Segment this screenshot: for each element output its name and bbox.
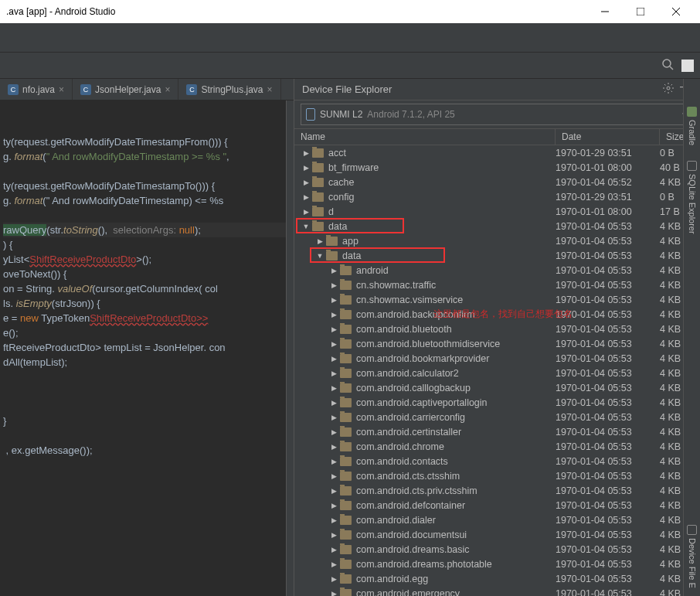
expand-arrow-icon[interactable]: ▶ (330, 590, 338, 597)
file-name: com.android.bluetooth (356, 324, 556, 335)
tab-label: nfo.java (22, 84, 55, 95)
tree-row[interactable]: ▶com.android.bluetooth1970-01-04 05:534 … (294, 322, 700, 336)
phone-icon (306, 108, 315, 121)
tree-row[interactable]: ▶com.android.cts.priv.ctsshim1970-01-04 … (294, 483, 700, 498)
tree-row[interactable]: ▼data1970-01-04 05:534 KB (294, 248, 700, 263)
code-editor[interactable]: ty(request.getRowModifyDateTimestampFrom… (0, 100, 294, 596)
folder-icon (340, 442, 352, 451)
close-icon[interactable]: × (59, 84, 64, 95)
expand-arrow-icon[interactable]: ▶ (330, 296, 338, 304)
expand-arrow-icon[interactable]: ▶ (330, 281, 338, 289)
file-date: 1970-01-01 08:00 (556, 162, 660, 173)
tree-row[interactable]: ▶com.android.backupconfirm1970-01-04 05:… (294, 307, 700, 322)
columns-header: Name Date Size (294, 128, 700, 145)
tree-row[interactable]: ▶bt_firmware1970-01-01 08:0040 B (294, 160, 700, 175)
expand-arrow-icon[interactable]: ▶ (330, 502, 338, 509)
tree-row[interactable]: ▶com.android.dialer1970-01-04 05:534 KB (294, 513, 700, 527)
folder-icon (340, 310, 352, 319)
expand-arrow-icon[interactable]: ▶ (330, 370, 338, 377)
close-icon[interactable]: × (165, 84, 170, 95)
tree-row[interactable]: ▶app1970-01-04 05:534 KB (294, 233, 700, 248)
tree-row[interactable]: ▶cache1970-01-04 05:524 KB (294, 175, 700, 189)
tree-row[interactable]: ▶com.android.defcontainer1970-01-04 05:5… (294, 498, 700, 513)
expand-arrow-icon[interactable]: ▶ (330, 458, 338, 465)
expand-arrow-icon[interactable]: ▶ (330, 311, 338, 318)
expand-arrow-icon[interactable]: ▶ (316, 237, 324, 245)
device-selector[interactable]: SUNMI L2 Android 7.1.2, API 25 ▼ (301, 104, 694, 125)
tree-row[interactable]: ▶com.android.cts.ctsshim1970-01-04 05:53… (294, 468, 700, 483)
expand-arrow-icon[interactable]: ▶ (330, 428, 338, 436)
toolwindow-gradle[interactable]: Gradle (687, 107, 697, 145)
editor-tab[interactable]: Cnfo.java× (0, 79, 73, 100)
expand-arrow-icon[interactable]: ▶ (302, 164, 310, 172)
toolwindow-device-file-explorer[interactable]: Device File E (687, 525, 697, 588)
expand-arrow-icon[interactable]: ▶ (330, 443, 338, 451)
close-button[interactable] (658, 0, 694, 23)
tree-row[interactable]: ▶com.android.contacts1970-01-04 05:534 K… (294, 454, 700, 468)
tree-row[interactable]: ▶com.android.dreams.phototable1970-01-04… (294, 557, 700, 571)
tree-row[interactable]: ▶com.android.calculator21970-01-04 05:53… (294, 366, 700, 380)
expand-arrow-icon[interactable]: ▶ (302, 149, 310, 157)
expand-arrow-icon[interactable]: ▶ (330, 340, 338, 348)
tree-row[interactable]: ▶com.android.certinstaller1970-01-04 05:… (294, 424, 700, 439)
expand-arrow-icon[interactable]: ▼ (302, 223, 310, 230)
tree-row[interactable]: ▶com.android.documentsui1970-01-04 05:53… (294, 527, 700, 542)
minimize-button[interactable] (587, 0, 623, 23)
tree-row[interactable]: ▶cn.showmac.traffic1970-01-04 05:534 KB (294, 278, 700, 292)
expand-arrow-icon[interactable]: ▶ (330, 472, 338, 480)
tree-row[interactable]: ▶com.android.chrome1970-01-04 05:534 KB (294, 439, 700, 454)
file-date: 1970-01-04 05:53 (556, 309, 660, 320)
tree-row[interactable]: ▶com.android.captiveportallogin1970-01-0… (294, 395, 700, 410)
file-name: android (356, 265, 556, 276)
maximize-button[interactable] (623, 0, 658, 23)
tab-label: StringPlus.java (201, 84, 263, 95)
tree-row[interactable]: ▶com.android.bluetoothmidiservice1970-01… (294, 336, 700, 351)
file-date: 1970-01-04 05:53 (556, 427, 660, 438)
editor-tab[interactable]: CStringPlus.java× (178, 79, 280, 100)
col-date[interactable]: Date (556, 129, 660, 145)
tree-row[interactable]: ▶d1970-01-01 08:0017 B (294, 204, 700, 219)
expand-arrow-icon[interactable]: ▶ (330, 487, 338, 495)
file-name: data (328, 221, 556, 232)
folder-icon (340, 413, 352, 422)
expand-arrow-icon[interactable]: ▶ (330, 384, 338, 392)
tree-row[interactable]: ▶com.android.bookmarkprovider1970-01-04 … (294, 351, 700, 366)
file-tree[interactable]: ▶acct1970-01-29 03:510 B▶bt_firmware1970… (294, 145, 700, 596)
tree-row[interactable]: ▶com.android.dreams.basic1970-01-04 05:5… (294, 542, 700, 557)
toolwindow-sqlite[interactable]: SQLite Explorer (687, 161, 697, 234)
editor-tab[interactable]: CJsonHelper.java× (73, 79, 178, 100)
expand-arrow-icon[interactable]: ▶ (330, 575, 338, 583)
panel-title: Device File Explorer (302, 83, 392, 95)
expand-arrow-icon[interactable]: ▶ (330, 546, 338, 553)
tree-row[interactable]: ▶acct1970-01-29 03:510 B (294, 145, 700, 160)
expand-arrow-icon[interactable]: ▶ (330, 414, 338, 421)
close-icon[interactable]: × (267, 84, 273, 95)
expand-arrow-icon[interactable]: ▶ (330, 516, 338, 524)
user-avatar-icon[interactable] (681, 60, 694, 72)
tree-row[interactable]: ▼data1970-01-04 05:534 KB (294, 219, 700, 233)
col-name[interactable]: Name (294, 129, 556, 145)
tree-row[interactable]: ▶config1970-01-29 03:510 B (294, 189, 700, 204)
expand-arrow-icon[interactable]: ▶ (330, 355, 338, 363)
tree-row[interactable]: ▶com.android.egg1970-01-04 05:534 KB (294, 571, 700, 586)
folder-icon (312, 207, 324, 216)
expand-arrow-icon[interactable]: ▶ (330, 560, 338, 568)
expand-arrow-icon[interactable]: ▶ (330, 325, 338, 333)
expand-arrow-icon[interactable]: ▶ (302, 193, 310, 201)
tree-row[interactable]: ▶cn.showmac.vsimservice1970-01-04 05:534… (294, 292, 700, 307)
expand-arrow-icon[interactable]: ▶ (330, 399, 338, 407)
expand-arrow-icon[interactable]: ▼ (316, 252, 324, 260)
folder-icon (340, 369, 352, 378)
tree-row[interactable]: ▶android1970-01-04 05:534 KB (294, 263, 700, 278)
folder-icon (340, 486, 352, 496)
expand-arrow-icon[interactable]: ▶ (330, 531, 338, 539)
toolbar-strip (0, 23, 700, 53)
tree-row[interactable]: ▶com.android.carrierconfig1970-01-04 05:… (294, 410, 700, 424)
gear-icon[interactable] (663, 83, 674, 96)
expand-arrow-icon[interactable]: ▶ (302, 208, 310, 216)
tree-row[interactable]: ▶com.android.calllogbackup1970-01-04 05:… (294, 380, 700, 395)
tree-row[interactable]: ▶com.android.emergency1970-01-04 05:534 … (294, 586, 700, 596)
expand-arrow-icon[interactable]: ▶ (330, 267, 338, 274)
expand-arrow-icon[interactable]: ▶ (302, 179, 310, 186)
search-icon[interactable] (661, 58, 674, 73)
